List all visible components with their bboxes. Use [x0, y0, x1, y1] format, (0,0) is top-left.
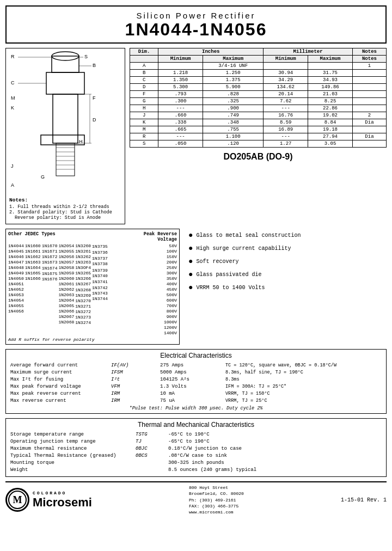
thermal-row: Storage temperature rangeTSTG-65°C to 19…: [10, 432, 382, 437]
thermal-row: Operating junction temp rangeTJ-65°C to …: [10, 439, 382, 444]
max-inch-header: Maximum: [203, 56, 263, 63]
feature-label: Glass passivated die: [196, 272, 261, 278]
mm-header: Millimeter: [264, 48, 353, 56]
page: Silicon Power Rectifier 1N4044-1N4056: [0, 0, 392, 551]
thermal-param-label: Mounting torque: [10, 460, 136, 466]
elec-condition: 8.3ms: [225, 377, 382, 382]
svg-text:M: M: [11, 95, 15, 101]
svg-text:B: B: [93, 63, 96, 68]
feature-label: High surge current capability: [196, 246, 291, 252]
diagram-area: R S B C M K D G: [5, 48, 125, 224]
svg-text:K: K: [11, 105, 14, 111]
electrical-section: Electrical Characteristics Average forwa…: [5, 349, 387, 414]
feature-label: VRRM 50 to 1400 Volts: [196, 285, 265, 291]
min-inch-header: Minimum: [158, 56, 203, 63]
thermal-row: Typical Thermal Resistance (greased)ΘBCS…: [10, 453, 382, 458]
thermal-row: Weight8.5 ounces (240 grams) typical: [10, 467, 382, 473]
elec-condition: VRRM, TJ = 150°C: [225, 391, 382, 396]
thermal-section: Thermal and Mechanical Characteristics S…: [5, 418, 387, 477]
svg-text:M: M: [13, 494, 22, 505]
elec-condition: IFM = 300A: TJ = 25°C*: [225, 384, 382, 389]
elec-value: 75 uA: [160, 398, 225, 403]
dim-row: M.665.75516.8919.18: [130, 126, 387, 133]
electrical-note: *Pulse test: Pulse width 300 µsec. Duty …: [10, 406, 382, 411]
feature-item: ●Glass to metal seal construction: [188, 231, 382, 240]
electrical-row: Max peak forward voltageVFM1.3 VoltsIFM …: [10, 384, 382, 389]
electrical-rows: Average forward currentIF(AV)275 AmpsTC …: [10, 363, 382, 403]
thermal-value: -65°C to 190°C: [168, 439, 382, 444]
jedec-left-header: Other JEDEC Types: [8, 231, 56, 242]
jedec-col-3: 1N20541N20551N20561N20571N20581N20591N20…: [58, 243, 74, 335]
thermal-symbol: TJ: [136, 439, 168, 444]
note-1: 1. Full threads within 2-1/2 threads: [9, 204, 121, 210]
thermal-value: 0.18°C/W junction to case: [168, 446, 382, 451]
elec-symbol: IFSM: [111, 370, 160, 375]
svg-text:D: D: [93, 117, 96, 123]
thermal-symbol: TSTG: [136, 432, 168, 437]
dim-row: D5.3005.900134.62149.86: [130, 84, 387, 91]
elec-condition: 8.3ms, half sine, TJ = 190°C: [225, 370, 382, 375]
svg-text:H: H: [79, 139, 83, 144]
address-line1: 800 Hoyt Street: [189, 485, 244, 491]
address-area: 800 Hoyt Street Broomfield, CO. 80020 Ph…: [189, 485, 244, 515]
svg-text:A: A: [11, 182, 14, 188]
max-mm-header: Maximum: [308, 56, 353, 63]
elec-value: 104125 A²s: [160, 377, 225, 382]
header-subtitle: Silicon Power Rectifier: [9, 11, 383, 20]
elec-value: 275 Amps: [160, 363, 225, 368]
feature-bullet-icon: ●: [188, 257, 193, 266]
thermal-symbol: ΘBJC: [136, 446, 168, 451]
thermal-param-label: Typical Thermal Resistance (greased): [10, 453, 136, 458]
colorado-label: COLORADO: [33, 491, 92, 495]
thermal-rows: Storage temperature rangeTSTG-65°C to 19…: [10, 432, 382, 473]
dim-col-header: Dim.: [130, 48, 158, 56]
thermal-title: Thermal and Mechanical Characteristics: [10, 421, 382, 428]
elec-symbol: IF(AV): [111, 363, 160, 368]
cathode-label: Cathode: [93, 210, 112, 215]
elec-value: 1.3 Volts: [160, 384, 225, 389]
jedec-header: Other JEDEC Types Peak ReverseVoltage: [8, 231, 177, 242]
thermal-param-label: Storage temperature range: [10, 432, 136, 437]
jedec-right-header: Peak ReverseVoltage: [144, 231, 177, 242]
thermal-value: 300-325 inch pounds: [168, 460, 382, 466]
elec-param-label: Max I²t for fusing: [10, 377, 111, 382]
electrical-row: Maximum surge currentIFSM5000 Amps8.3ms,…: [10, 370, 382, 375]
elec-param-label: Max peak forward voltage: [10, 384, 111, 389]
dim-row: F.793.82820.1421.03: [130, 91, 387, 98]
address-ph: Ph: (303) 469-2161: [189, 497, 244, 503]
dim-row: H---.900---22.86: [130, 105, 387, 112]
note-2: 2. Standard polarity: Stud is Cathode: [9, 210, 121, 215]
thermal-row: Maximum thermal resistanceΘBJC0.18°C/W j…: [10, 446, 382, 451]
dim-row: A3/4-16 UNF1: [130, 63, 387, 70]
notes-sub: Notes: [352, 56, 386, 63]
jedec-col-4: 1N32601N32611N32621N32631N3OF41N32651N32…: [75, 243, 91, 335]
jedec-col-2: 1N16701N16711N16721N16731N16741N16751N16…: [42, 243, 58, 335]
dimensions-table: Dim. Inches Millimeter Notes Minimum Max…: [130, 48, 387, 148]
jedec-col-1: 1N16601N16611N16621N16631N16641N16651N16…: [25, 243, 41, 335]
logo-circle: M: [5, 488, 29, 512]
elec-param-label: Max reverse current: [10, 398, 111, 403]
dim-row: J.660.74916.7619.022: [130, 112, 387, 119]
svg-text:J: J: [11, 163, 14, 169]
dim-row: R---1.100---27.94Dia: [130, 133, 387, 140]
thermal-param-label: Maximum thermal resistance: [10, 446, 136, 451]
electrical-row: Max reverse currentIRM75 uAVRRM, TJ = 25…: [10, 398, 382, 403]
elec-value: 5000 Amps: [160, 370, 225, 375]
feature-bullet-icon: ●: [188, 283, 193, 292]
thermal-value: 8.5 ounces (240 grams) typical: [168, 467, 382, 473]
thermal-symbol: ΘBCS: [136, 453, 168, 458]
feature-label: Glass to metal seal construction: [196, 232, 301, 238]
elec-param-label: Average forward current: [10, 363, 111, 368]
notes-title: Notes:: [9, 197, 121, 203]
dim-row: S.050.1201.273.05: [130, 140, 387, 148]
feature-bullet-icon: ●: [188, 270, 193, 279]
elec-symbol: VFM: [111, 384, 160, 389]
svg-text:S: S: [84, 54, 88, 59]
electrical-row: Average forward currentIF(AV)275 AmpsTC …: [10, 363, 382, 368]
header: Silicon Power Rectifier 1N4044-1N4056: [5, 5, 387, 44]
svg-text:G: G: [41, 174, 45, 180]
jedec-voltages-col: 50V100V150V200V250V300V350V400V450V500V6…: [164, 243, 177, 335]
jedec-col-0: 1N40441N40451N40461N40471N40481N40491N40…: [8, 243, 24, 335]
svg-text:F: F: [93, 95, 96, 101]
component-diagram: R S B C M K D G: [8, 51, 122, 192]
